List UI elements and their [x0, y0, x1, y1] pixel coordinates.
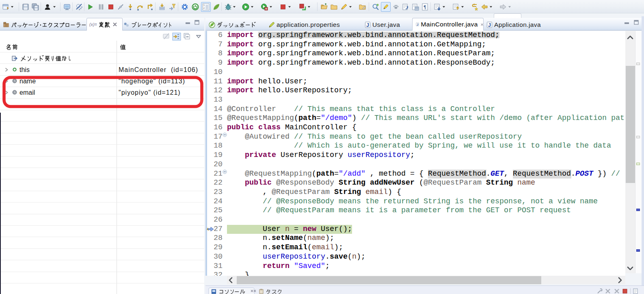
svg-text:J: J: [366, 22, 369, 28]
svg-text:J: J: [417, 23, 418, 26]
svg-text:1: 1: [203, 4, 205, 7]
svg-text:J: J: [488, 22, 491, 28]
svg-text:¶: ¶: [424, 4, 426, 10]
svg-text:2: 2: [203, 7, 205, 9]
